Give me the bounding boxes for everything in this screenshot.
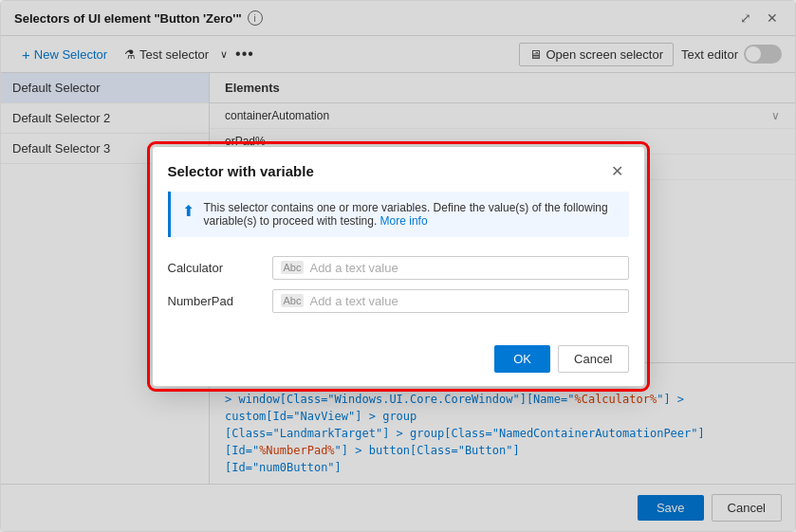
modal-body: Calculator Abc NumberPad Abc <box>153 248 644 338</box>
calculator-input[interactable] <box>309 261 620 275</box>
numberpad-type-icon: Abc <box>281 294 305 307</box>
modal-overlay: Selector with variable ✕ ⬆ This selector… <box>1 1 795 531</box>
numberpad-label: NumberPad <box>168 294 263 308</box>
modal-title: Selector with variable <box>168 163 314 179</box>
modal-ok-button[interactable]: OK <box>494 345 550 373</box>
calculator-field-row: Calculator Abc <box>168 256 629 280</box>
modal-cancel-button[interactable]: Cancel <box>558 345 628 373</box>
modal-header: Selector with variable ✕ <box>153 147 644 192</box>
info-icon: ⬆ <box>182 202 194 220</box>
numberpad-input[interactable] <box>309 294 620 308</box>
more-info-link[interactable]: More info <box>380 214 428 228</box>
main-window: Selectors of UI element "Button 'Zero'" … <box>0 0 796 532</box>
modal-info-content: This selector contains one or more varia… <box>204 201 618 228</box>
calculator-input-wrapper: Abc <box>272 256 629 280</box>
calculator-type-icon: Abc <box>281 261 305 274</box>
modal-close-button[interactable]: ✕ <box>605 160 629 182</box>
selector-variable-modal: Selector with variable ✕ ⬆ This selector… <box>152 146 645 387</box>
modal-info-banner: ⬆ This selector contains one or more var… <box>168 192 629 237</box>
numberpad-input-wrapper: Abc <box>272 289 629 313</box>
numberpad-field-row: NumberPad Abc <box>168 289 629 313</box>
modal-footer: OK Cancel <box>153 338 644 386</box>
calculator-label: Calculator <box>168 261 263 275</box>
